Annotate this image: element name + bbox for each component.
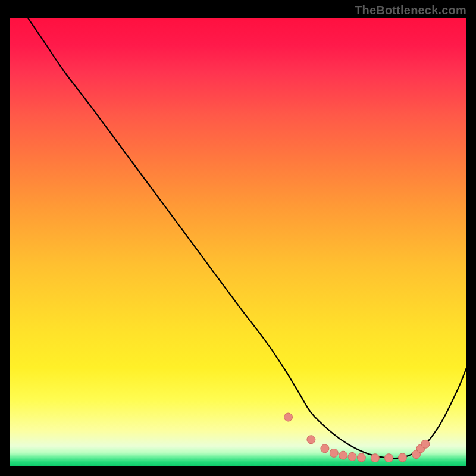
bottleneck-dot	[357, 453, 365, 462]
bottleneck-dot	[348, 452, 356, 461]
chart-svg	[10, 18, 466, 466]
bottleneck-curve-line	[28, 18, 466, 458]
bottleneck-dot	[398, 453, 406, 462]
bottleneck-dot	[371, 454, 379, 462]
bottleneck-dot	[384, 454, 393, 462]
bottleneck-dot	[330, 449, 338, 457]
plot-area	[10, 18, 466, 466]
bottleneck-dot	[339, 451, 347, 459]
chart-frame: TheBottleneck.com	[0, 0, 476, 476]
bottleneck-dot	[421, 440, 430, 448]
watermark-text: TheBottleneck.com	[355, 4, 466, 17]
bottleneck-dot	[321, 444, 329, 453]
bottleneck-dot	[307, 436, 315, 444]
bottleneck-dots-group	[284, 413, 429, 462]
bottleneck-dot	[284, 413, 292, 421]
